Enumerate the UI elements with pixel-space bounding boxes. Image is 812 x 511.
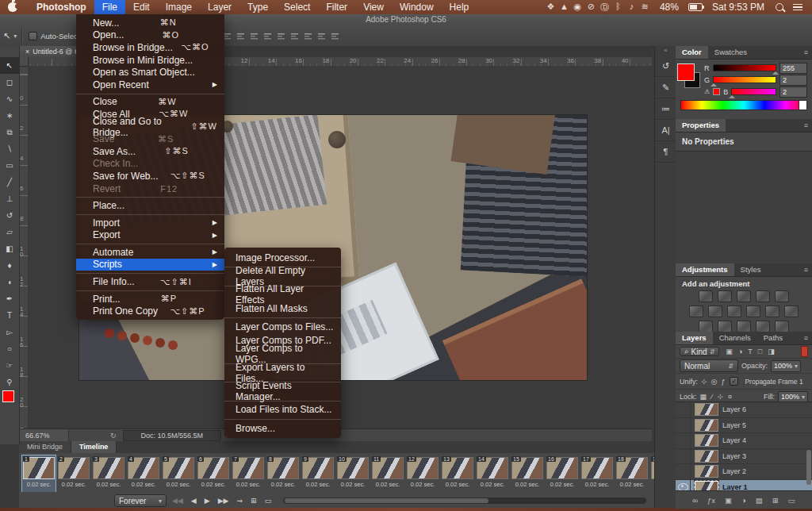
layer-thumbnail[interactable] xyxy=(695,465,718,478)
animation-frame[interactable]: 3 0.02 sec. xyxy=(92,455,125,492)
panel-tab[interactable]: Channels xyxy=(713,332,757,344)
zoom-tool[interactable]: ⚲ xyxy=(0,374,19,390)
submenu-item[interactable]: Image Processor... xyxy=(224,251,341,264)
distribute-top-icon[interactable] xyxy=(262,32,273,40)
animation-frame[interactable]: 6 0.02 sec. xyxy=(197,455,230,492)
animation-frame[interactable]: 11 0.02 sec. xyxy=(371,455,404,492)
tween-button[interactable]: ⇝ xyxy=(237,497,243,505)
submenu-item[interactable]: Load Files into Stack... xyxy=(224,403,341,417)
animation-frame[interactable]: 16 0.02 sec. xyxy=(546,455,579,492)
link-layers-icon[interactable]: ∞ xyxy=(692,496,698,505)
menu-item[interactable] xyxy=(76,271,224,275)
brush-panel-icon[interactable]: ✎ xyxy=(655,77,676,98)
distribute-hcenter-icon[interactable] xyxy=(316,32,327,40)
panel-menu-icon[interactable]: ≡ xyxy=(800,263,812,276)
next-frame-button[interactable]: ▶▶ xyxy=(218,497,229,505)
selective-color-icon[interactable] xyxy=(756,321,770,332)
menubar-item[interactable]: Edit xyxy=(125,0,158,14)
brush-tool[interactable]: ╱ xyxy=(0,174,19,190)
layer-thumbnail[interactable] xyxy=(695,481,718,491)
layer-thumbnail[interactable] xyxy=(695,434,718,447)
distribute-left-icon[interactable] xyxy=(303,32,313,40)
layer-row[interactable]: Layer 3 xyxy=(676,449,812,465)
eraser-tool[interactable]: ▱ xyxy=(0,224,19,240)
shape-filter-icon[interactable]: □ xyxy=(758,348,762,355)
frame-duration[interactable]: 0.02 sec. xyxy=(301,481,335,488)
animation-frame[interactable]: 8 0.02 sec. xyxy=(266,455,300,492)
green-value-field[interactable]: 2 xyxy=(779,75,807,86)
menubar-item[interactable]: Filter xyxy=(318,0,355,14)
menu-item[interactable]: Open Recent ▶ xyxy=(76,79,224,91)
curves-icon[interactable] xyxy=(737,290,751,302)
visibility-toggle[interactable] xyxy=(676,464,691,479)
pixel-filter-icon[interactable]: ▣ xyxy=(726,348,733,355)
delete-frame-button[interactable]: ▭ xyxy=(265,497,272,505)
panel-tab[interactable]: Adjustments xyxy=(676,263,734,276)
filter-toggle-switch[interactable] xyxy=(801,346,808,357)
google-drive-icon[interactable]: ▲ xyxy=(557,2,571,13)
layer-thumbnail[interactable] xyxy=(695,403,718,416)
submenu-item[interactable]: Export Layers to Files... xyxy=(224,366,341,379)
panel-menu-icon[interactable]: ≡ xyxy=(800,46,812,59)
color-lookup-icon[interactable] xyxy=(784,305,799,317)
vibrance-icon[interactable] xyxy=(775,290,789,302)
layer-effects-icon[interactable]: ƒx xyxy=(707,496,715,505)
submenu-item[interactable] xyxy=(224,361,341,366)
delete-layer-icon[interactable]: ▭ xyxy=(788,496,795,505)
lock-position-icon[interactable]: ⊹ xyxy=(718,393,724,401)
submenu-item[interactable]: Browse... xyxy=(224,421,341,435)
crop-tool[interactable]: ⧉ xyxy=(0,124,19,140)
blue-slider[interactable] xyxy=(731,88,776,95)
timeline-scrollbar[interactable] xyxy=(283,498,646,504)
menu-item[interactable]: Automate ▶ xyxy=(76,246,224,259)
healing-brush-tool[interactable]: ▭ xyxy=(0,157,19,174)
eyedropper-tool[interactable]: ∖ xyxy=(0,140,19,157)
panel-tab[interactable]: Color xyxy=(676,46,708,59)
menubar-item[interactable]: Help xyxy=(442,0,477,14)
menubar-item[interactable]: Type xyxy=(239,0,276,14)
wifi-icon[interactable]: ≋ xyxy=(638,2,652,13)
layer-name[interactable]: Layer 6 xyxy=(722,405,746,413)
frame-duration[interactable]: 0.02 sec. xyxy=(336,481,370,488)
submenu-item[interactable]: Layer Comps to WPG... xyxy=(224,348,341,361)
menubar-item[interactable]: Layer xyxy=(200,0,239,14)
app-badge-icon[interactable]: Ⓓ xyxy=(598,2,611,13)
close-tab-icon[interactable]: × xyxy=(25,48,29,56)
brush-presets-panel-icon[interactable]: ≔ xyxy=(655,98,676,120)
dodge-tool[interactable]: ◖ xyxy=(0,274,19,290)
auto-select-checkbox[interactable] xyxy=(29,32,37,40)
visibility-toggle[interactable] xyxy=(676,402,691,417)
submenu-item[interactable] xyxy=(224,315,341,320)
filter-kind-select[interactable]: ⌕ Kind ⇵ xyxy=(680,347,719,356)
hand-tool[interactable]: ☞ xyxy=(0,357,19,374)
animation-frame[interactable]: 10 0.02 sec. xyxy=(336,455,370,492)
visibility-toggle[interactable] xyxy=(676,418,691,433)
posterize-icon[interactable] xyxy=(718,321,732,332)
red-value-field[interactable]: 255 xyxy=(779,63,807,74)
frame-duration[interactable]: 0.02 sec. xyxy=(546,481,579,488)
move-tool-option-icon[interactable]: ↖ xyxy=(0,31,13,41)
menu-item[interactable]: Revert F12 xyxy=(76,182,224,195)
type-tool[interactable]: T xyxy=(0,307,19,324)
blur-tool[interactable]: ♦ xyxy=(0,257,19,274)
black-white-icon[interactable] xyxy=(727,305,741,317)
adjustment-filter-icon[interactable]: ◑ xyxy=(738,348,742,355)
threshold-icon[interactable] xyxy=(737,321,751,332)
blue-value-field[interactable]: 2 xyxy=(779,86,807,98)
red-slider[interactable] xyxy=(713,64,777,71)
gamut-warning-icon[interactable]: ⚠ xyxy=(704,88,710,95)
photo-filter-icon[interactable] xyxy=(746,305,760,317)
propagate-frame-checkbox[interactable]: ✓ xyxy=(730,377,738,386)
submenu-item[interactable] xyxy=(224,264,341,269)
path-selection-tool[interactable]: ▻ xyxy=(0,324,19,340)
volume-icon[interactable]: ♪ xyxy=(625,2,638,13)
submenu-item[interactable]: Delete All Empty Layers xyxy=(224,269,341,282)
levels-icon[interactable] xyxy=(718,290,732,302)
menubar-item[interactable]: File xyxy=(94,0,125,14)
spotlight-icon[interactable] xyxy=(776,3,783,11)
dropbox-icon[interactable]: ❖ xyxy=(544,2,557,13)
lock-transparent-icon[interactable]: ▦ xyxy=(700,393,707,401)
animation-frame[interactable]: 5 0.02 sec. xyxy=(162,455,195,492)
menu-item[interactable]: Place... xyxy=(76,199,224,212)
frame-duration[interactable]: 0.02 sec. xyxy=(57,481,90,488)
